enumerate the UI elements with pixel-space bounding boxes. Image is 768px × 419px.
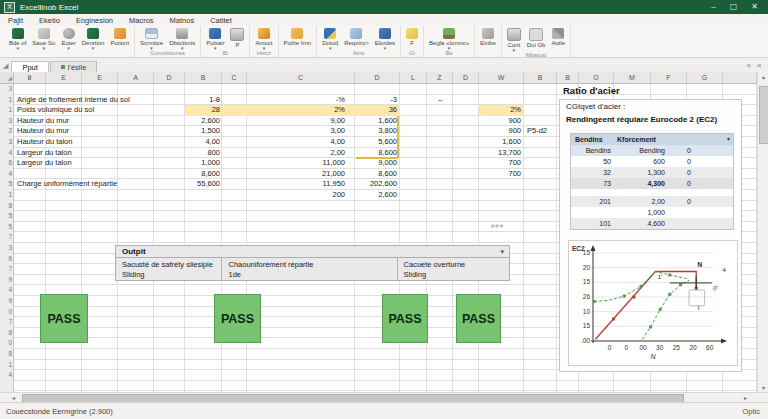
sheet-tab-lsile[interactable]: l'ésile <box>50 61 98 72</box>
ribbon-button-sheet-gray[interactable]: Saue So▾ <box>30 27 57 50</box>
cell-w-row8[interactable]: 700 <box>479 169 521 180</box>
row-number[interactable]: 0 <box>0 307 12 318</box>
pass-indicator-4[interactable]: PASS <box>456 294 501 343</box>
cell-d-row10[interactable]: 2,600 <box>355 190 397 201</box>
row-number[interactable]: 5 <box>0 211 12 222</box>
cell-b-row7[interactable]: 1,000 <box>185 158 220 169</box>
cell-label-row7[interactable]: Largeur du talon <box>17 158 185 169</box>
cell-w-row5[interactable]: 1,600 <box>479 137 521 148</box>
row-number[interactable]: 9 <box>0 275 12 286</box>
menu-item-macros[interactable]: Macros <box>129 16 154 25</box>
split-close-icon[interactable]: ✕ <box>746 62 751 70</box>
close-icon[interactable]: ✕ <box>751 0 758 14</box>
cell-w-row2[interactable]: 2% <box>479 105 521 116</box>
ec2-chart[interactable]: .00151026152015000030252060N(I'1'j4EC2N <box>568 240 738 366</box>
cell-c-row9[interactable]: 11,950 <box>250 179 345 190</box>
cell-d-row5[interactable]: 5,600 <box>355 137 397 148</box>
cell-b-row2[interactable]: 28 <box>185 105 220 116</box>
column-header-blank-19[interactable] <box>723 72 757 83</box>
cell-c-row1[interactable]: -% <box>250 95 345 106</box>
row-number[interactable]: 2 <box>0 126 12 137</box>
cell-c-row6[interactable]: 2,00 <box>250 148 345 159</box>
cell-c-row10[interactable]: 200 <box>250 190 345 201</box>
cell-b-row5[interactable]: 4,00 <box>185 137 220 148</box>
column-header-A-3[interactable]: A <box>118 72 154 83</box>
rt-row-2[interactable]: 321,3000 <box>571 167 733 178</box>
ribbon-button-table-green[interactable]: Denrtion▾ <box>80 27 107 50</box>
cell-w-row4[interactable]: 900 <box>479 126 521 137</box>
menu-item-enginesion[interactable]: Enginesion <box>76 16 113 25</box>
cell-w-row7[interactable]: 700 <box>479 158 521 169</box>
row-number[interactable]: 0 <box>0 338 12 349</box>
cell-b-row1[interactable]: 1-θ <box>185 95 220 106</box>
status-right-text[interactable]: Optic <box>742 407 768 416</box>
cell-d-row1[interactable]: -3 <box>355 95 397 106</box>
column-header-G-18[interactable]: G <box>687 72 723 83</box>
cell-d-row3[interactable]: 1,600 <box>355 116 397 127</box>
menu-item-catitet[interactable]: Catitet <box>210 16 232 25</box>
ribbon-button-badge-60[interactable]: Dui Gb <box>525 27 548 48</box>
cell-b-row6[interactable]: 800 <box>185 148 220 159</box>
cell-w-row6[interactable]: 13,700 <box>479 148 521 159</box>
sheet-tab-Pput[interactable]: Pput <box>11 61 48 72</box>
cell-c-row5[interactable]: 4,00 <box>250 137 345 148</box>
ribbon-button-box-gray[interactable]: Etnbe <box>478 27 498 46</box>
row-number[interactable] <box>0 381 12 392</box>
row-number[interactable]: 5 <box>0 222 12 233</box>
cell-d-row2[interactable]: 36 <box>355 105 397 116</box>
column-header-C-7[interactable]: C <box>247 72 355 83</box>
menu-item-eketio[interactable]: Eketio <box>39 16 60 25</box>
cell-d-row9[interactable]: 202,600 <box>355 179 397 190</box>
ribbon-button-doc-gray[interactable]: Cont▾ <box>505 27 523 52</box>
column-header-C-6[interactable]: C <box>222 72 247 83</box>
column-header-D-8[interactable]: D <box>355 72 400 83</box>
ribbon-button-printer[interactable]: Dbsctimis▾ <box>167 27 197 50</box>
cell-label-row3[interactable]: Hauteur du mur <box>17 116 185 127</box>
cell-w-row3[interactable]: 900 <box>479 116 521 127</box>
column-header-Z-10[interactable]: Z <box>427 72 453 83</box>
column-header-M-16[interactable]: M <box>614 72 651 83</box>
row-number[interactable]: 3 <box>0 137 12 148</box>
row-number[interactable]: 4 <box>0 370 12 381</box>
pass-indicator-3[interactable]: PASS <box>382 294 428 343</box>
row-number[interactable]: 8 <box>0 201 12 212</box>
rt-row-6[interactable]: 1,000 <box>571 207 733 218</box>
cell-d-row4[interactable]: 3,800 <box>355 126 397 137</box>
column-header-D-11[interactable]: D <box>453 72 479 83</box>
reinforcement-table-header[interactable]: BendinsKforcement▾ <box>571 134 733 145</box>
ribbon-button-flag-blue[interactable]: Elordes▾ <box>373 27 397 50</box>
cell-d-row8[interactable]: 8,600 <box>355 169 397 180</box>
ribbon-button-folder-orange[interactable]: Pothe Irnn <box>282 27 314 46</box>
cell-label-row5[interactable]: Hauteur du talon <box>17 137 185 148</box>
cell-b-row9[interactable]: 55,600 <box>185 179 220 190</box>
column-header-B-14[interactable]: B <box>557 72 579 83</box>
filter-dropdown-icon[interactable]: ▾ <box>727 134 730 145</box>
column-header-O-15[interactable]: O <box>579 72 614 83</box>
cell-c-row8[interactable]: 21,000 <box>250 169 345 180</box>
cell-note-row4[interactable]: P5-d2 <box>527 126 557 137</box>
cell-c-row7[interactable]: 11,000 <box>250 158 345 169</box>
ribbon-button-grid-mini[interactable]: Scnntice▾ <box>138 27 165 50</box>
output-col-2[interactable]: Cacuete overturneSliding <box>398 258 509 280</box>
row-number[interactable]: 4 <box>0 169 12 180</box>
maximize-icon[interactable]: ▢ <box>730 0 738 14</box>
split-close-icon-2[interactable]: ✕ <box>757 62 762 70</box>
row-number[interactable]: 7 <box>0 317 12 328</box>
scroll-right-icon[interactable]: ▸ <box>740 394 751 401</box>
column-header-B-5[interactable]: B <box>185 72 222 83</box>
cell-c-row2[interactable]: 2% <box>250 105 345 116</box>
row-number[interactable]: 7 <box>0 264 12 275</box>
column-header-L-9[interactable]: L <box>400 72 427 83</box>
cell-d-row6[interactable]: 8,600 <box>355 148 397 159</box>
ribbon-button-table-orange[interactable]: Potiont <box>108 27 131 46</box>
ribbon-button-flag-blue[interactable]: Pulxair▾ <box>204 27 226 50</box>
output-col-1[interactable]: Chaouniforément répartie1de <box>222 258 397 280</box>
ribbon-button-note-yellow[interactable]: F <box>404 27 420 46</box>
pass-indicator-1[interactable]: PASS <box>40 294 88 343</box>
column-header-θ-0[interactable]: θ <box>14 72 46 83</box>
row-number[interactable]: 8 <box>0 349 12 360</box>
row-number[interactable]: 1 <box>0 190 12 201</box>
row-number[interactable]: 3 <box>0 84 12 95</box>
row-number[interactable]: 1 <box>0 95 12 106</box>
ribbon-button-chart-blue[interactable]: Dotod▾ <box>320 27 340 50</box>
